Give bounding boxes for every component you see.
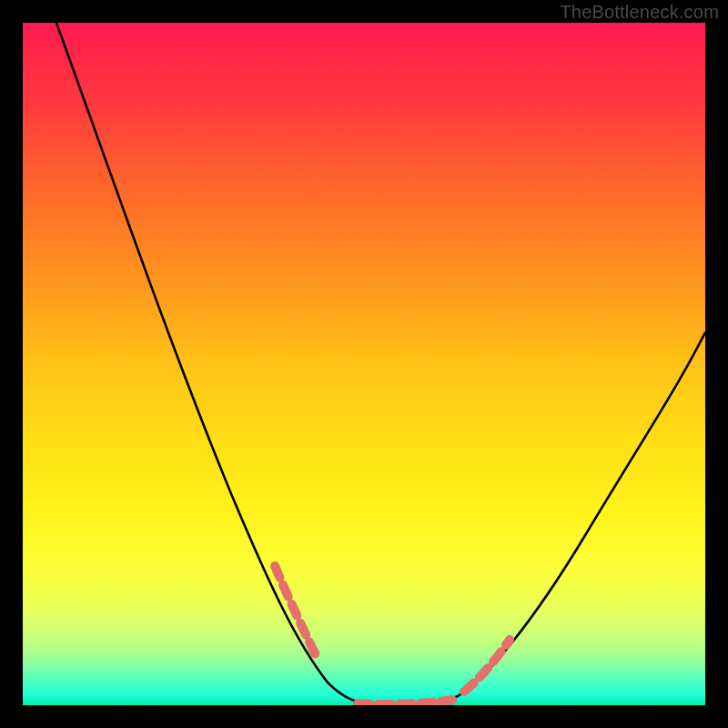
chart-frame: TheBottleneck.com bbox=[0, 0, 728, 728]
overlay-bottom-dash bbox=[358, 700, 452, 704]
overlay-left-dash bbox=[275, 566, 316, 655]
bottleneck-curve bbox=[56, 23, 705, 704]
watermark-text: TheBottleneck.com bbox=[560, 2, 719, 23]
curve-layer bbox=[23, 23, 705, 705]
overlay-right-dash bbox=[464, 640, 510, 692]
plot-area bbox=[23, 23, 705, 705]
